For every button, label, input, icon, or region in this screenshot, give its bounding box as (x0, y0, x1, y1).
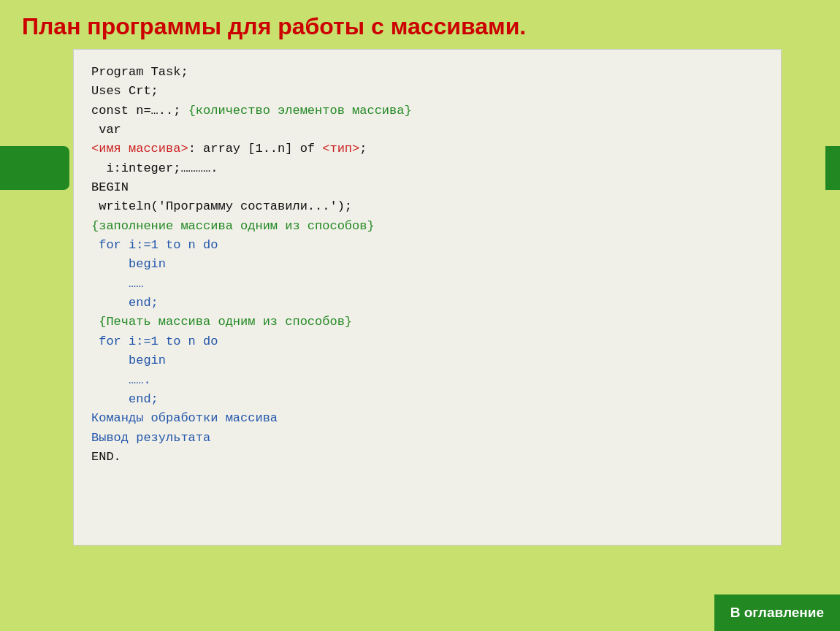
code-line: begin (91, 255, 763, 274)
code-line: i:integer;…………. (91, 159, 763, 178)
code-block: Program Task;Uses Crt;const n=…..; {коли… (73, 49, 782, 546)
page-title: План программы для работы с массивами. (0, 0, 840, 49)
nav-button[interactable]: В оглавление (714, 594, 840, 631)
code-line: <имя массива>: array [1..n] of <тип>; (91, 139, 763, 158)
code-line: const n=…..; {количество элементов масси… (91, 102, 763, 121)
code-line: for i:=1 to n do (91, 236, 763, 255)
code-line: Вывод результата (91, 429, 763, 448)
code-line: var (91, 121, 763, 139)
code-line: …… (91, 275, 763, 294)
code-line: END. (91, 448, 763, 467)
code-line: end; (91, 294, 763, 313)
left-decoration-bar (0, 146, 69, 190)
code-line: {Печать массива одним из способов} (91, 313, 763, 332)
code-line: ……. (91, 371, 763, 390)
code-line: Команды обработки массива (91, 409, 763, 428)
code-line: Uses Crt; (91, 82, 763, 101)
code-line: end; (91, 390, 763, 409)
code-line: BEGIN (91, 178, 763, 197)
code-line: Program Task; (91, 63, 763, 82)
code-line: writeln('Программу составили...'); (91, 197, 763, 216)
code-line: for i:=1 to n do (91, 332, 763, 351)
code-line: {заполнение массива одним из способов} (91, 217, 763, 236)
code-line: begin (91, 351, 763, 370)
right-decoration-bar (825, 146, 840, 190)
